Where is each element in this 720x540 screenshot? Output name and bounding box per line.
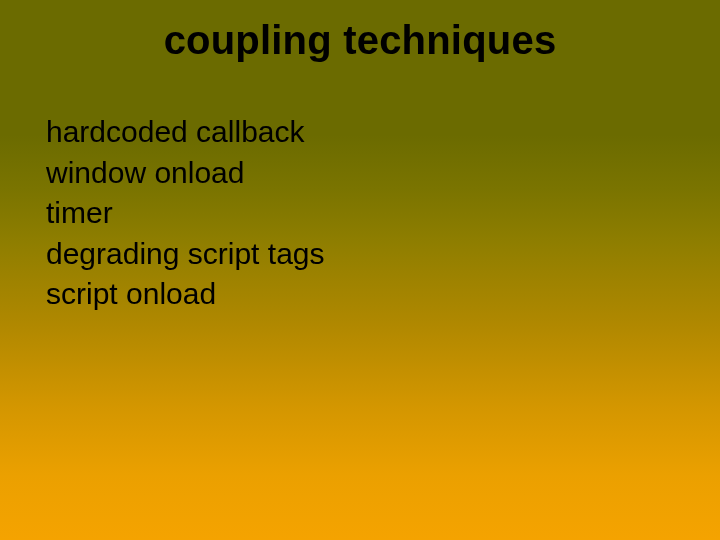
bullet-list: hardcoded callback window onload timer d… <box>46 112 325 315</box>
list-item: degrading script tags <box>46 234 325 275</box>
list-item: hardcoded callback <box>46 112 325 153</box>
list-item: timer <box>46 193 325 234</box>
list-item: window onload <box>46 153 325 194</box>
list-item: script onload <box>46 274 325 315</box>
slide-title: coupling techniques <box>0 18 720 63</box>
